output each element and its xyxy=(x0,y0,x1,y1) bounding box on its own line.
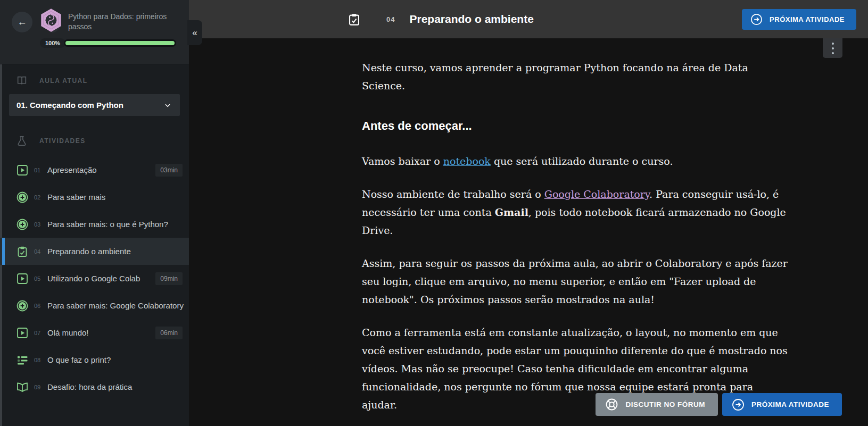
plus-circle-icon xyxy=(16,191,29,204)
activity-item-09[interactable]: 09 Desafio: hora da prática xyxy=(0,373,189,400)
back-arrow-icon: ← xyxy=(18,16,27,28)
more-options-button[interactable] xyxy=(823,38,842,58)
section-heading: Antes de começar... xyxy=(362,117,788,135)
activities-section-header: ATIVIDADES xyxy=(0,121,189,153)
arrow-right-circle-icon xyxy=(732,398,745,411)
text-run: Nosso ambiente de trabalho será o xyxy=(362,188,544,200)
plus-circle-icon xyxy=(16,299,29,312)
activity-number: 03 xyxy=(34,221,44,228)
text-run: Vamos baixar o xyxy=(362,155,443,167)
activity-label: Para saber mais: o que é Python? xyxy=(47,220,189,229)
lesson-content: Neste curso, vamos aprender a programar … xyxy=(362,59,788,426)
activity-item-03[interactable]: 03 Para saber mais: o que é Python? xyxy=(0,211,189,238)
paragraph: Assim, para seguir os passos da próxima … xyxy=(362,254,788,308)
activity-label: Desafio: hora da prática xyxy=(47,382,189,391)
video-icon xyxy=(16,327,29,339)
progress-bar-fill xyxy=(65,41,175,45)
course-page: ← Python para Dados: primeiros passos 10… xyxy=(0,0,868,426)
lesson-select[interactable]: 01. Começando com Python xyxy=(9,94,180,116)
progress-bar xyxy=(64,39,176,47)
chevron-down-icon xyxy=(164,102,171,109)
activity-label: Preparando o ambiente xyxy=(47,247,189,256)
activity-item-05[interactable]: 05 Utilizando o Google Colab 09min xyxy=(0,265,189,292)
activity-number: 04 xyxy=(34,248,44,255)
book-icon xyxy=(16,75,28,87)
activity-number: 04 xyxy=(386,15,395,23)
main-panel: 04 Preparando o ambiente PRÓXIMA ATIVIDA… xyxy=(189,0,868,426)
activity-number: 08 xyxy=(34,357,44,363)
activity-item-07[interactable]: 07 Olá mundo! 06min xyxy=(0,319,189,346)
notebook-link[interactable]: notebook xyxy=(443,155,491,167)
activity-item-01[interactable]: 01 Apresentação 03min xyxy=(0,156,189,183)
life-ring-icon xyxy=(605,398,618,411)
bold-text: Gmail xyxy=(495,206,528,218)
google-colaboratory-link[interactable]: Google Colaboratory xyxy=(544,188,649,200)
clipboard-check-icon xyxy=(347,12,361,27)
current-lesson-label: AULA ATUAL xyxy=(39,77,88,85)
video-icon xyxy=(16,164,29,177)
plus-circle-icon xyxy=(16,218,29,231)
activity-number: 02 xyxy=(34,194,44,201)
course-logo-icon xyxy=(38,7,64,34)
current-lesson-section-header: AULA ATUAL xyxy=(0,64,189,93)
activity-item-02[interactable]: 02 Para saber mais xyxy=(0,183,189,211)
activity-label: O que faz o print? xyxy=(47,355,189,364)
lesson-select-value: 01. Começando com Python xyxy=(16,101,123,110)
kebab-dot xyxy=(832,43,834,45)
activity-number: 07 xyxy=(34,330,44,336)
arrow-right-circle-icon xyxy=(750,13,763,26)
next-activity-label: PRÓXIMA ATIVIDADE xyxy=(751,400,829,408)
activity-number: 05 xyxy=(34,275,44,282)
activity-duration: 09min xyxy=(155,272,183,285)
collapse-chevrons-icon: « xyxy=(192,28,197,38)
next-activity-button-top[interactable]: PRÓXIMA ATIVIDADE xyxy=(742,9,856,30)
discuss-forum-button[interactable]: DISCUTIR NO FÓRUM xyxy=(596,393,718,416)
activity-header: 04 Preparando o ambiente PRÓXIMA ATIVIDA… xyxy=(189,0,868,38)
footer-actions: DISCUTIR NO FÓRUM PRÓXIMA ATIVIDADE xyxy=(596,393,842,416)
flask-icon xyxy=(16,135,28,147)
course-title: Python para Dados: primeiros passos xyxy=(68,12,175,32)
back-button[interactable]: ← xyxy=(12,12,32,32)
sidebar: ← Python para Dados: primeiros passos 10… xyxy=(0,0,189,426)
kebab-dot xyxy=(832,52,834,54)
activity-title: Preparando o ambiente xyxy=(409,13,533,26)
activity-item-08[interactable]: 08 O que faz o print? xyxy=(0,346,189,373)
kebab-dot xyxy=(832,47,834,49)
paragraph: Neste curso, vamos aprender a programar … xyxy=(362,59,788,95)
paragraph: Nosso ambiente de trabalho será o Google… xyxy=(362,185,788,239)
next-activity-button-bottom[interactable]: PRÓXIMA ATIVIDADE xyxy=(722,393,842,416)
activity-number: 06 xyxy=(34,303,44,309)
sidebar-course-header: ← Python para Dados: primeiros passos 10… xyxy=(0,0,189,64)
activity-item-04-active[interactable]: 04 Preparando o ambiente xyxy=(0,238,189,265)
activity-label: Apresentação xyxy=(47,165,155,174)
activity-item-06[interactable]: 06 Para saber mais: Google Colaboratory xyxy=(0,292,189,319)
next-activity-label: PRÓXIMA ATIVIDADE xyxy=(770,15,845,23)
progress-percent-badge: 100% xyxy=(40,38,65,48)
list-icon xyxy=(16,354,29,366)
activity-number: 09 xyxy=(34,384,44,390)
activity-label: Para saber mais xyxy=(47,193,189,202)
book-open-icon xyxy=(16,381,29,394)
activities-label: ATIVIDADES xyxy=(39,137,86,145)
collapse-sidebar-button[interactable]: « xyxy=(187,20,202,45)
activity-label: Utilizando o Google Colab xyxy=(47,274,155,283)
activity-number: 01 xyxy=(34,167,44,173)
paragraph: Vamos baixar o notebook que será utiliza… xyxy=(362,152,788,170)
activities-list: 01 Apresentação 03min 02 Para saber mais xyxy=(0,156,189,400)
activity-duration: 06min xyxy=(155,327,183,339)
discuss-forum-label: DISCUTIR NO FÓRUM xyxy=(625,400,705,408)
activity-label: Olá mundo! xyxy=(47,328,155,337)
clipboard-check-icon xyxy=(16,245,29,258)
activity-label: Para saber mais: Google Colaboratory xyxy=(47,301,189,310)
text-run: que será utilizado durante o curso. xyxy=(491,155,673,167)
video-icon xyxy=(16,272,29,285)
activity-duration: 03min xyxy=(155,164,183,177)
